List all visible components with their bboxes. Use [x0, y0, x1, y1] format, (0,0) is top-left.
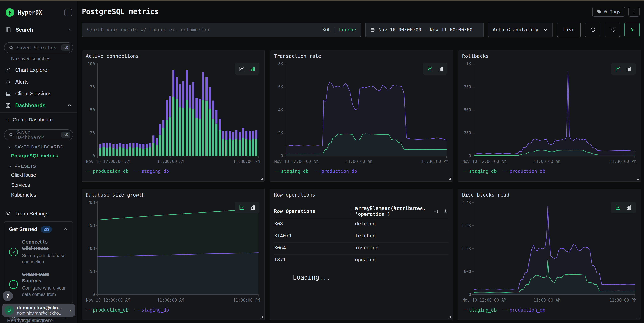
section-label-text: SAVED DASHBOARDS — [14, 144, 64, 150]
get-started-header[interactable]: Get Started 2/3 — [9, 226, 68, 233]
column-resize-handle[interactable] — [351, 208, 351, 214]
svg-text:11:00:00 AM: 11:00:00 AM — [534, 298, 560, 302]
legend-item[interactable]: production_db — [86, 307, 128, 312]
legend-swatch — [135, 310, 139, 310]
cell-operation: fetched — [351, 233, 448, 238]
legend-item[interactable]: production_db — [503, 307, 545, 312]
sidebar-item-chart-explorer[interactable]: Chart Explorer — [0, 64, 77, 76]
table-row[interactable]: 308 deleted — [274, 218, 449, 229]
panel-resize-handle[interactable] — [449, 316, 451, 318]
saved-dashboard-postgresql-metrics[interactable]: PostgreSQL metrics — [0, 151, 77, 161]
create-dashboard-button[interactable]: + Create Dashboard — [0, 113, 77, 125]
legend-swatch — [463, 171, 467, 172]
sort-list-icon[interactable] — [433, 208, 439, 214]
hyperdx-logo-icon — [5, 8, 14, 17]
line-chart-toggle-icon[interactable] — [426, 66, 433, 72]
sidebar-item-search[interactable]: Search — [0, 24, 77, 38]
line-chart-toggle-icon[interactable] — [615, 204, 622, 210]
svg-text:8K: 8K — [278, 62, 283, 66]
table-row[interactable]: 314071 fetched — [274, 230, 449, 241]
date-range-picker[interactable]: Nov 10 00:00:00 - Nov 11 00:00:00 — [365, 23, 484, 37]
section-saved-dashboards[interactable]: SAVED DASHBOARDS — [0, 142, 77, 151]
bar-chart-toggle-icon[interactable] — [438, 66, 444, 72]
legend-item[interactable]: staging_db — [135, 307, 169, 312]
chevron-down-icon — [8, 164, 12, 168]
legend-item[interactable]: staging_db — [463, 168, 497, 174]
run-query-button[interactable] — [624, 23, 640, 37]
legend-swatch — [135, 171, 139, 172]
bar-chart-toggle-icon[interactable] — [626, 66, 632, 72]
chart-title: Transaction rate — [274, 53, 449, 59]
column-header-row-operations[interactable]: Row Operations — [274, 208, 351, 214]
legend-item[interactable]: staging_db — [275, 168, 309, 174]
granularity-value: Auto Granularity — [493, 27, 538, 33]
svg-text:750: 750 — [464, 84, 471, 89]
get-started-step-connect[interactable]: Connect to ClickHouse Set up your databa… — [9, 239, 68, 265]
chevron-right-icon: › — [69, 307, 71, 314]
panel-resize-handle[interactable] — [637, 316, 639, 318]
rollbacks-chart[interactable]: 1K7505002500Nov 10 12:00:00 AM11:00:00 A… — [462, 61, 637, 164]
panel-resize-handle[interactable] — [449, 178, 451, 180]
panel-resize-handle[interactable] — [260, 178, 263, 180]
panel-menu-button[interactable] — [628, 7, 640, 16]
saved-dashboards-input[interactable]: Saved Dashboards ⌘K — [4, 129, 73, 140]
line-chart-toggle-icon[interactable] — [238, 66, 245, 72]
preset-kubernetes[interactable]: Kubernetes — [0, 190, 77, 200]
help-button[interactable]: ? — [3, 291, 13, 301]
get-started-step-sources[interactable]: Create Data Sources Configure where your… — [9, 271, 68, 298]
legend-swatch — [503, 310, 508, 310]
svg-text:Nov 10 12:00:00 AM: Nov 10 12:00:00 AM — [274, 159, 318, 164]
sidebar-item-dashboards[interactable]: Dashboards — [0, 100, 77, 113]
legend-item[interactable]: production_db — [86, 168, 128, 174]
sidebar-item-client-sessions[interactable]: Client Sessions — [0, 88, 77, 100]
bar-chart-toggle-icon[interactable] — [250, 66, 256, 72]
section-presets[interactable]: PRESETS — [0, 161, 77, 170]
step-title: Create Data Sources — [22, 272, 49, 284]
legend-label: staging_db — [281, 168, 309, 174]
saved-searches-input[interactable]: Saved Searches ⌘K — [4, 42, 73, 53]
cell-count: 314071 — [274, 233, 351, 238]
chevron-up-icon — [63, 227, 68, 232]
saved-searches-placeholder: Saved Searches — [16, 45, 56, 50]
legend-item[interactable]: production_db — [503, 168, 545, 174]
svg-text:100: 100 — [88, 62, 95, 66]
panel-resize-handle[interactable] — [637, 178, 639, 180]
legend-item[interactable]: production_db — [315, 168, 357, 174]
loading-indicator: Loading... — [293, 274, 449, 281]
refresh-button[interactable] — [585, 23, 600, 37]
sidebar-item-team-settings[interactable]: Team Settings — [0, 208, 77, 220]
line-chart-toggle-icon[interactable] — [615, 66, 622, 72]
chart-title: Database size growth — [86, 192, 260, 198]
bar-chart-toggle-icon[interactable] — [626, 204, 632, 210]
sidebar-item-alerts[interactable]: Alerts — [0, 76, 77, 88]
line-chart-toggle-icon[interactable] — [238, 204, 245, 210]
svg-text:500: 500 — [464, 108, 471, 112]
preset-clickhouse[interactable]: ClickHouse — [0, 170, 77, 180]
legend-item[interactable]: staging_db — [463, 307, 497, 312]
live-button[interactable]: Live — [557, 23, 581, 37]
database-size-growth-chart[interactable]: 20B15B10B5B0Nov 10 12:00:00 AM11:00:00 A… — [86, 200, 260, 303]
user-account-button[interactable]: D dominic.tran@clic... dominic.tran@clic… — [2, 304, 75, 316]
table-row[interactable]: 1871 updated — [274, 254, 449, 265]
column-header-operation[interactable]: arrayElement(Attributes, 'operation') — [355, 206, 433, 217]
granularity-select[interactable]: Auto Granularity — [488, 23, 553, 37]
table-row[interactable]: 3064 inserted — [274, 242, 449, 253]
active-connections-chart[interactable]: 1007550250Nov 10 12:00:00 AM11:00:00 AM1… — [86, 61, 260, 164]
transaction-rate-chart[interactable]: 8K6K4K2K0Nov 10 12:00:00 AM11:00:00 AM11… — [274, 61, 449, 164]
bar-chart-toggle-icon[interactable] — [250, 204, 256, 210]
filter-button[interactable] — [605, 23, 620, 37]
sidebar-collapse-icon[interactable] — [64, 9, 72, 16]
event-search-input[interactable]: Search your events w/ Lucene ex. column:… — [82, 23, 361, 37]
sql-mode-toggle[interactable]: SQL — [322, 27, 331, 33]
panel-resize-handle[interactable] — [260, 316, 263, 318]
download-icon[interactable] — [443, 208, 448, 214]
svg-text:11:30:00 PM: 11:30:00 PM — [233, 298, 260, 302]
preset-services[interactable]: Services — [0, 180, 77, 190]
chart-type-toggle — [611, 202, 636, 213]
disc-blocks-read-chart[interactable]: 2.4K1.8K1.2K6000Nov 10 12:00:00 AM11:00:… — [462, 200, 637, 303]
lucene-mode-toggle[interactable]: Lucene — [339, 27, 356, 33]
tags-button[interactable]: 0 Tags — [592, 7, 625, 16]
legend-item[interactable]: staging_db — [135, 168, 169, 174]
dashboard-grid: Active connections 1007550250Nov 10 12:0… — [82, 50, 641, 320]
kebab-icon — [632, 9, 636, 14]
